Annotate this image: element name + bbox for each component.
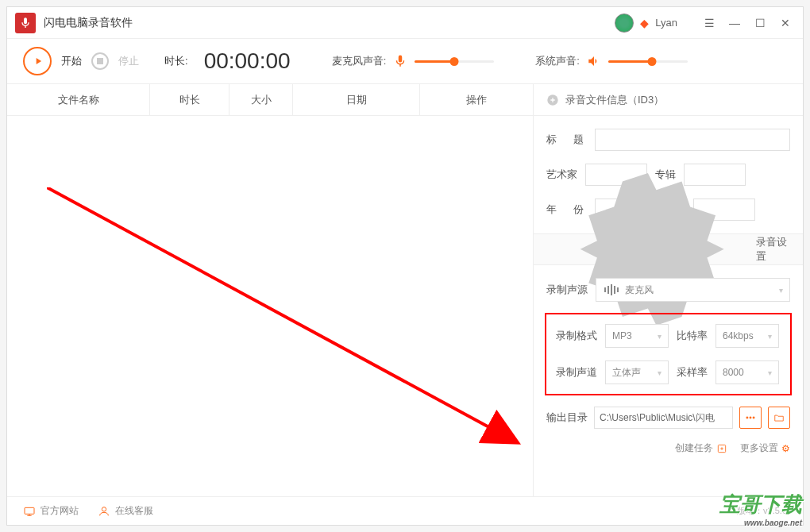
svg-point-2 (750, 417, 751, 418)
format-select[interactable]: MP3 (605, 324, 669, 348)
sidebar: 录音文件信息（ID3） 标 题 艺术家 专辑 年 份 流派 (533, 84, 803, 496)
username[interactable]: Lyan (655, 17, 677, 29)
file-table: 文件名称 时长 大小 日期 操作 (7, 84, 533, 496)
more-settings-link[interactable]: 更多设置 ⚙ (740, 441, 790, 455)
channel-select[interactable]: 立体声 (605, 360, 669, 384)
website-link[interactable]: 官方网站 (23, 504, 79, 518)
format-label: 录制格式 (556, 329, 597, 343)
info-icon (546, 94, 559, 106)
id3-section-header: 录音文件信息（ID3） (534, 84, 803, 116)
app-title: 闪电电脑录音软件 (44, 16, 133, 30)
maximize-button[interactable]: ☐ (750, 13, 770, 33)
settings-section-header: 录音设置 (534, 233, 803, 265)
avatar[interactable] (615, 13, 634, 33)
col-action: 操作 (420, 84, 533, 115)
app-logo (15, 13, 36, 33)
open-folder-button[interactable] (768, 407, 790, 429)
highlighted-settings: 录制格式 MP3 比特率 64kbps 录制声道 立体声 采样率 8000 (545, 313, 792, 395)
stop-label: 停止 (118, 54, 139, 68)
gear-icon: ⚙ (781, 443, 790, 454)
samplerate-select[interactable]: 8000 (716, 360, 779, 384)
menu-button[interactable]: ☰ (700, 13, 719, 33)
source-label: 录制声源 (546, 283, 588, 297)
system-volume-label: 系统声音: (535, 54, 580, 68)
close-button[interactable]: ✕ (776, 13, 795, 33)
channel-label: 录制声道 (556, 365, 597, 380)
title-label: 标 题 (546, 133, 587, 147)
col-date: 日期 (293, 84, 420, 115)
duration-label: 时长: (164, 54, 188, 68)
svg-rect-6 (25, 507, 34, 514)
system-volume-slider[interactable] (608, 60, 688, 63)
mic-icon (392, 53, 408, 69)
samplerate-label: 采样率 (677, 365, 708, 380)
annotation-arrow (47, 187, 539, 473)
col-filename: 文件名称 (7, 84, 150, 115)
version-label: 版本：v3.5.6 (737, 505, 787, 517)
bitrate-label: 比特率 (677, 329, 708, 343)
svg-line-0 (47, 187, 515, 441)
footer: 官方网站 在线客服 版本：v3.5.6 (7, 496, 803, 525)
col-duration: 时长 (150, 84, 230, 115)
mic-volume-slider[interactable] (415, 60, 494, 63)
create-task-link[interactable]: 创建任务 (675, 441, 727, 455)
mic-volume-label: 麦克风声音: (332, 54, 387, 68)
svg-point-4 (753, 417, 754, 418)
svg-point-3 (746, 417, 748, 418)
timer-display: 00:00:00 (204, 48, 291, 74)
speaker-icon (586, 53, 602, 69)
support-link[interactable]: 在线客服 (98, 504, 153, 518)
stop-record-button[interactable] (91, 52, 109, 70)
minimize-button[interactable]: — (725, 13, 744, 33)
col-size: 大小 (230, 84, 293, 115)
source-select[interactable]: 麦克风 (596, 278, 790, 302)
start-label: 开始 (61, 54, 82, 68)
start-record-button[interactable] (23, 47, 52, 75)
bitrate-select[interactable]: 64kbps (716, 324, 779, 348)
titlebar: 闪电电脑录音软件 ◆ Lyan ☰ — ☐ ✕ (7, 7, 803, 39)
output-path-input[interactable]: C:\Users\Public\Music\闪电 (594, 407, 733, 429)
output-label: 输出目录 (546, 411, 588, 425)
toolbar: 开始 停止 时长: 00:00:00 麦克风声音: 系统声音: (7, 39, 803, 83)
browse-button[interactable] (739, 407, 762, 429)
svg-point-7 (102, 507, 106, 511)
audio-bars-icon (604, 284, 619, 295)
vip-icon: ◆ (640, 17, 649, 29)
